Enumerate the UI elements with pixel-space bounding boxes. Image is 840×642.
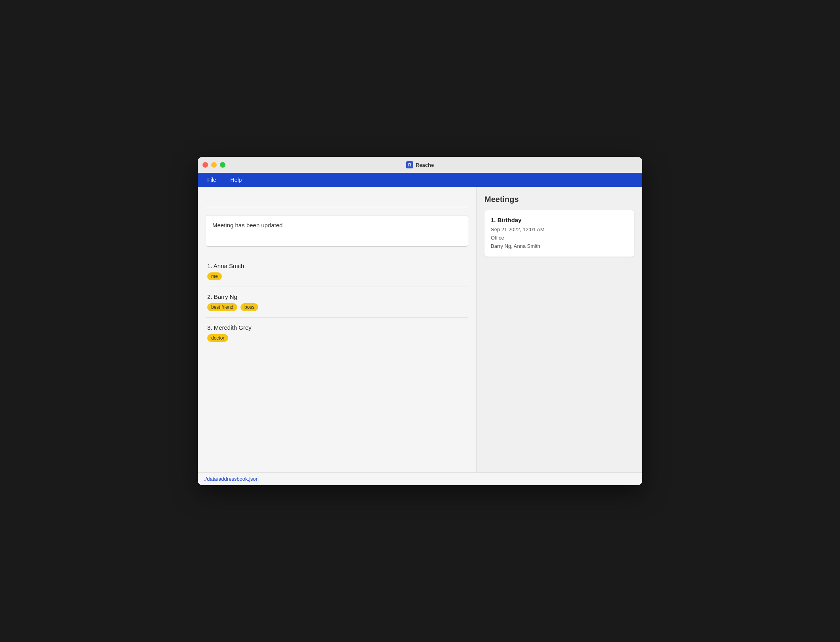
maximize-button[interactable] bbox=[220, 162, 225, 168]
contact-name: 3. Meredith Grey bbox=[207, 324, 467, 331]
app-title: Reache bbox=[416, 162, 434, 168]
contact-item[interactable]: 3. Meredith Grey doctor bbox=[206, 318, 468, 348]
menu-bar: File Help bbox=[198, 173, 642, 187]
minimize-button[interactable] bbox=[211, 162, 217, 168]
left-panel: Meeting has been updated 1. Anna Smith m… bbox=[198, 187, 476, 472]
notification-text: Meeting has been updated bbox=[212, 222, 283, 228]
contact-item[interactable]: 2. Barry Ng best friend boss bbox=[206, 287, 468, 318]
meeting-attendees: Barry Ng, Anna Smith bbox=[491, 242, 628, 251]
menu-help[interactable]: Help bbox=[227, 175, 245, 185]
tag: best friend bbox=[207, 303, 237, 311]
meeting-card[interactable]: 1. Birthday Sep 21 2022, 12:01 AM Office… bbox=[484, 210, 634, 257]
contact-name: 1. Anna Smith bbox=[207, 262, 467, 269]
app-window: R Reache File Help Meeting has been upda… bbox=[198, 157, 642, 485]
contacts-list: 1. Anna Smith me 2. Barry Ng best friend… bbox=[206, 256, 468, 348]
meeting-name: 1. Birthday bbox=[491, 217, 628, 223]
right-panel: Meetings 1. Birthday Sep 21 2022, 12:01 … bbox=[476, 187, 642, 472]
title-bar-center: R Reache bbox=[406, 161, 434, 168]
traffic-lights bbox=[202, 162, 225, 168]
tag: me bbox=[207, 272, 222, 280]
contact-name: 2. Barry Ng bbox=[207, 293, 467, 300]
main-content: Meeting has been updated 1. Anna Smith m… bbox=[198, 187, 642, 472]
meeting-datetime: Sep 21 2022, 12:01 AM bbox=[491, 226, 628, 234]
app-icon: R bbox=[406, 161, 413, 168]
menu-file[interactable]: File bbox=[204, 175, 219, 185]
close-button[interactable] bbox=[202, 162, 208, 168]
status-bar: ./data/addressbook.json bbox=[198, 472, 642, 485]
title-bar: R Reache bbox=[198, 157, 642, 173]
tag: boss bbox=[240, 303, 258, 311]
contact-tags: me bbox=[207, 272, 467, 280]
status-path[interactable]: ./data/addressbook.json bbox=[204, 476, 259, 482]
contact-tags: doctor bbox=[207, 334, 467, 342]
notification-box: Meeting has been updated bbox=[206, 215, 468, 247]
tag: doctor bbox=[207, 334, 228, 342]
contact-item[interactable]: 1. Anna Smith me bbox=[206, 256, 468, 287]
meeting-location: Office bbox=[491, 234, 628, 242]
search-input[interactable] bbox=[206, 195, 468, 207]
meetings-title: Meetings bbox=[484, 195, 634, 204]
contact-tags: best friend boss bbox=[207, 303, 467, 311]
